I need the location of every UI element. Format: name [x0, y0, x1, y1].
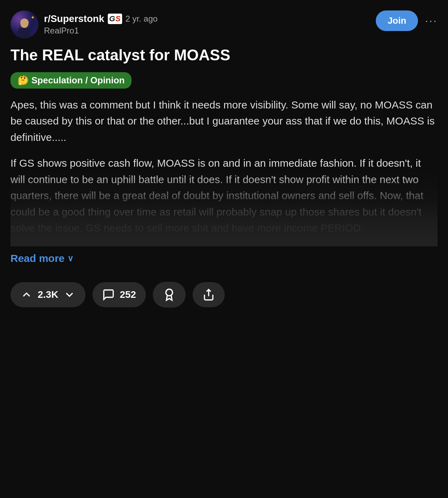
comment-count: 252: [120, 289, 136, 300]
post-header-left: ✦ r/Superstonk GS 2 yr. ago RealPro1: [10, 10, 158, 38]
chevron-down-icon: ∨: [67, 254, 74, 263]
post-header: ✦ r/Superstonk GS 2 yr. ago RealPro1 Joi…: [10, 10, 438, 38]
username[interactable]: RealPro1: [44, 26, 158, 36]
more-options-button[interactable]: ···: [425, 14, 438, 27]
share-icon: [202, 288, 215, 301]
upvote-icon: [20, 288, 33, 301]
gs-badge: GS: [108, 14, 122, 24]
award-button[interactable]: [153, 282, 186, 308]
share-button[interactable]: [193, 282, 225, 307]
gs-badge-g: G: [109, 14, 115, 23]
subreddit-row: r/Superstonk GS 2 yr. ago: [44, 13, 158, 24]
vote-count: 2.3K: [38, 289, 58, 300]
award-icon: [163, 288, 176, 301]
flair-badge[interactable]: 🤔 Speculation / Opinion: [10, 72, 132, 89]
vote-button[interactable]: 2.3K: [10, 282, 85, 307]
post-body: Apes, this was a comment but I think it …: [10, 97, 438, 236]
post-title: The REAL catalyst for MOASS: [10, 46, 438, 65]
subreddit-name[interactable]: r/Superstonk: [44, 13, 104, 24]
body-paragraph-2: If GS shows positive cash flow, MOASS is…: [10, 155, 438, 236]
action-bar: 2.3K 252: [10, 282, 438, 308]
body-paragraph-1: Apes, this was a comment but I think it …: [10, 97, 438, 146]
svg-point-0: [166, 289, 172, 296]
subreddit-info: r/Superstonk GS 2 yr. ago RealPro1: [44, 13, 158, 36]
time-ago: 2 yr. ago: [126, 14, 158, 24]
post-body-container: Apes, this was a comment but I think it …: [10, 97, 438, 246]
comment-icon: [102, 288, 115, 301]
avatar-star: ✦: [31, 15, 35, 20]
avatar: ✦: [10, 10, 38, 38]
read-more-button[interactable]: Read more ∨: [10, 252, 74, 264]
read-more-label: Read more: [10, 252, 65, 264]
flair-text: Speculation / Opinion: [31, 75, 125, 86]
comment-button[interactable]: 252: [92, 282, 146, 307]
gs-badge-s: S: [115, 14, 121, 23]
downvote-icon: [63, 288, 76, 301]
flair-emoji: 🤔: [17, 75, 29, 86]
header-actions: Join ···: [376, 10, 438, 31]
join-button[interactable]: Join: [376, 10, 418, 31]
